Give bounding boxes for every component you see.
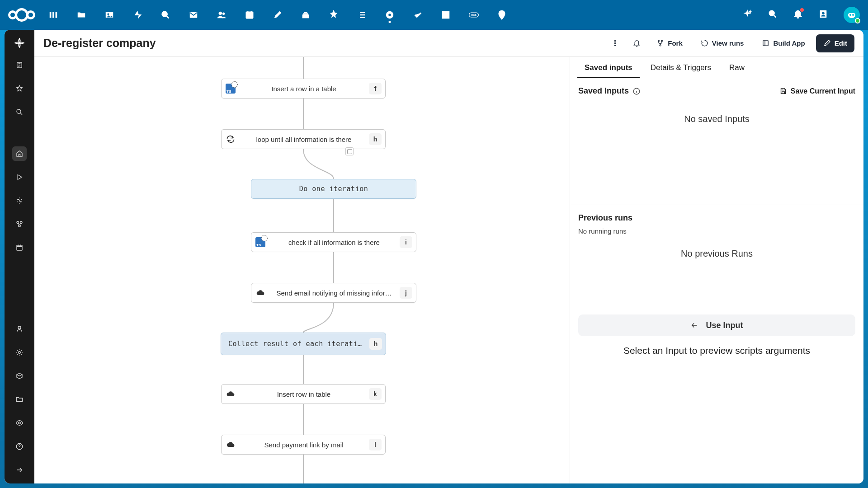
node-h-label: loop until all information is there bbox=[239, 136, 369, 143]
rail-favorites[interactable] bbox=[12, 81, 27, 96]
fork-button[interactable]: Fork bbox=[649, 34, 690, 52]
rail-logo[interactable] bbox=[14, 37, 25, 49]
flow-edges bbox=[34, 57, 170, 125]
tab-details-triggers[interactable]: Details & Triggers bbox=[642, 57, 720, 78]
svg-point-36 bbox=[614, 45, 615, 46]
contacts-icon[interactable] bbox=[216, 9, 227, 20]
tables-icon[interactable] bbox=[440, 9, 451, 20]
node-h-key: h bbox=[369, 133, 382, 145]
activity-icon[interactable] bbox=[132, 9, 143, 20]
previous-runs-section: Previous runs No running runs No previou… bbox=[570, 205, 863, 308]
node-f[interactable]: TS Insert a row in a table f bbox=[221, 79, 386, 99]
rail-audit[interactable] bbox=[12, 416, 27, 430]
rail-resources[interactable] bbox=[12, 217, 27, 231]
files-icon[interactable] bbox=[76, 9, 87, 20]
use-input-button[interactable]: Use Input bbox=[578, 314, 855, 336]
node-l-label: Send payment link by mail bbox=[239, 441, 369, 449]
right-panel: Saved inputs Details & Triggers Raw Save… bbox=[570, 57, 863, 483]
lists-icon[interactable] bbox=[356, 9, 367, 20]
node-k-label: Insert row in table bbox=[239, 390, 369, 398]
node-h[interactable]: loop until all information is there h bbox=[221, 129, 386, 149]
node-l-key: l bbox=[369, 439, 382, 450]
svg-point-25 bbox=[17, 109, 21, 113]
edit-button[interactable]: Edit bbox=[816, 34, 854, 52]
magnify-icon[interactable] bbox=[160, 9, 171, 20]
photos-icon[interactable] bbox=[104, 9, 115, 20]
svg-point-31 bbox=[19, 352, 21, 354]
svg-point-38 bbox=[661, 40, 663, 42]
deck-icon[interactable] bbox=[300, 9, 311, 20]
node-j-key: j bbox=[400, 287, 412, 299]
node-f-label: Insert a row in a table bbox=[239, 85, 369, 93]
svg-rect-2 bbox=[56, 12, 57, 18]
panel-tabs: Saved inputs Details & Triggers Raw bbox=[570, 57, 863, 78]
svg-point-37 bbox=[658, 40, 660, 42]
user-avatar[interactable] bbox=[844, 7, 860, 23]
typescript-icon: TS bbox=[225, 83, 236, 94]
cloud-icon bbox=[225, 439, 236, 450]
rail-schedules[interactable] bbox=[12, 240, 27, 255]
rail-settings[interactable] bbox=[12, 345, 27, 360]
svg-rect-10 bbox=[302, 14, 309, 18]
settings-icon[interactable] bbox=[384, 9, 395, 20]
dashboard-icon[interactable] bbox=[48, 9, 59, 20]
svg-point-30 bbox=[18, 326, 21, 329]
tab-saved-inputs[interactable]: Saved inputs bbox=[576, 57, 642, 78]
alerts-button[interactable] bbox=[627, 34, 646, 52]
svg-rect-12 bbox=[304, 12, 307, 14]
rail-help[interactable] bbox=[12, 439, 27, 454]
flow-canvas[interactable]: TS Insert a row in a table f loop until … bbox=[34, 57, 570, 483]
rail-runs[interactable] bbox=[12, 170, 27, 184]
svg-point-28 bbox=[19, 225, 21, 227]
sparkle-icon[interactable] bbox=[742, 9, 752, 21]
search-icon[interactable] bbox=[768, 9, 778, 21]
mail-icon[interactable] bbox=[188, 9, 199, 20]
svg-point-19 bbox=[769, 11, 774, 16]
rail-variables[interactable] bbox=[12, 193, 27, 208]
view-runs-label: View runs bbox=[712, 39, 744, 47]
view-runs-button[interactable]: View runs bbox=[693, 34, 751, 52]
location-icon[interactable] bbox=[496, 9, 507, 20]
loop-plug[interactable] bbox=[345, 147, 354, 155]
tasks-icon[interactable] bbox=[412, 9, 423, 20]
rail-search[interactable] bbox=[12, 105, 27, 119]
node-i-key: i bbox=[400, 236, 412, 248]
translate-icon[interactable] bbox=[328, 9, 339, 20]
node-i-label: check if all information is there bbox=[269, 239, 400, 246]
calendar-icon[interactable] bbox=[244, 9, 255, 20]
edit-label: Edit bbox=[835, 39, 847, 47]
more-button[interactable] bbox=[606, 34, 624, 52]
node-l[interactable]: Send payment link by mail l bbox=[221, 435, 386, 455]
rail-workers[interactable] bbox=[12, 369, 27, 383]
notes-icon[interactable] bbox=[272, 9, 283, 20]
tab-raw[interactable]: Raw bbox=[720, 57, 754, 78]
svg-rect-0 bbox=[50, 12, 52, 18]
contacts-menu-icon[interactable] bbox=[818, 9, 828, 21]
rail-folders[interactable] bbox=[12, 392, 27, 407]
rail-user[interactable] bbox=[12, 322, 27, 336]
node-iteration[interactable]: Do one iteration bbox=[251, 179, 416, 199]
node-iter-label: Do one iteration bbox=[255, 185, 412, 193]
save-current-input[interactable]: Save Current Input bbox=[779, 87, 855, 95]
build-app-button[interactable]: Build App bbox=[755, 34, 812, 52]
node-i[interactable]: TS check if all information is there i bbox=[251, 232, 416, 252]
svg-point-22 bbox=[849, 14, 851, 16]
rail-collapse[interactable] bbox=[12, 463, 27, 477]
node-collect-label: Collect result of each iteration bbox=[225, 340, 369, 348]
svg-rect-1 bbox=[52, 12, 54, 18]
saved-inputs-section: Saved Inputs Save Current Input No saved… bbox=[570, 78, 863, 205]
left-rail bbox=[5, 30, 34, 483]
notifications-icon[interactable] bbox=[793, 9, 803, 21]
node-collect[interactable]: Collect result of each iteration h bbox=[221, 333, 386, 355]
rail-home[interactable] bbox=[12, 146, 27, 161]
page-title: De-register company bbox=[43, 37, 602, 50]
ocs-icon[interactable]: OCS bbox=[468, 9, 479, 20]
node-j[interactable]: Send email notifying of missing infor… j bbox=[251, 283, 416, 303]
info-icon[interactable] bbox=[632, 87, 641, 95]
node-k[interactable]: Insert row in table k bbox=[221, 384, 386, 404]
notification-dot-icon bbox=[800, 8, 804, 12]
rail-workspaces[interactable] bbox=[12, 58, 27, 72]
app-logo[interactable] bbox=[8, 8, 35, 22]
saved-inputs-title: Saved Inputs bbox=[578, 86, 629, 96]
svg-point-7 bbox=[219, 12, 222, 15]
